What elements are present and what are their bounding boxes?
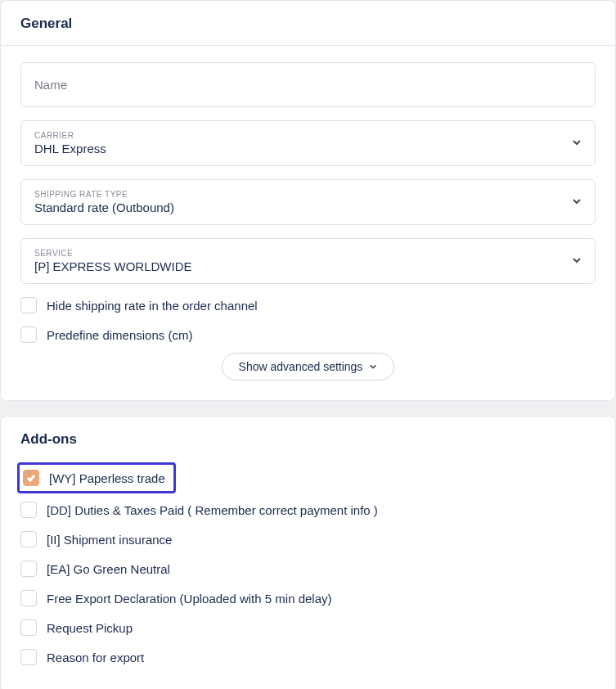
rate-type-select[interactable]: SHIPPING RATE TYPE Standard rate (Outbou…	[20, 179, 596, 225]
addon-label: Reason for export	[47, 651, 144, 664]
carrier-content: CARRIER DHL Express	[34, 131, 106, 155]
predefine-dims-row[interactable]: Predefine dimensions (cm)	[20, 326, 596, 343]
service-value: [P] EXPRESS WORLDWIDE	[34, 259, 192, 273]
name-input[interactable]	[21, 63, 595, 106]
addon-row[interactable]: [EA] Go Green Neutral	[20, 554, 596, 583]
addon-checkbox-export-declaration[interactable]	[20, 590, 37, 606]
addon-label: [EA] Go Green Neutral	[47, 562, 170, 576]
addon-checkbox-pickup[interactable]	[20, 619, 37, 636]
addons-body: [WY] Paperless trade [DD] Duties & Taxes…	[1, 451, 615, 689]
service-select[interactable]: SERVICE [P] EXPRESS WORLDWIDE	[20, 238, 596, 284]
addons-header: Add-ons	[1, 417, 615, 451]
general-header: General	[1, 1, 615, 46]
addon-row[interactable]: Reason for export	[20, 642, 596, 672]
carrier-label: CARRIER	[34, 131, 106, 140]
hide-rate-label: Hide shipping rate in the order channel	[47, 299, 258, 313]
hide-rate-checkbox[interactable]	[20, 297, 37, 313]
rate-type-label: SHIPPING RATE TYPE	[34, 190, 174, 199]
addon-checkbox-insurance[interactable]	[20, 531, 37, 547]
addon-label: Request Pickup	[47, 621, 133, 635]
addon-row[interactable]: [II] Shipment insurance	[20, 525, 596, 554]
predefine-dims-label: Predefine dimensions (cm)	[47, 328, 192, 342]
addon-label: [DD] Duties & Taxes Paid ( Remember corr…	[47, 503, 378, 517]
addon-label: [WY] Paperless trade	[49, 471, 165, 485]
show-advanced-button[interactable]: Show advanced settings	[222, 353, 395, 381]
addon-checkbox-reason[interactable]	[20, 649, 37, 665]
service-content: SERVICE [P] EXPRESS WORLDWIDE	[34, 249, 192, 273]
addons-title: Add-ons	[20, 431, 596, 448]
addon-label: Free Export Declaration (Uploaded with 5…	[47, 592, 332, 606]
addon-label: [II] Shipment insurance	[47, 533, 172, 547]
addon-checkbox-gogreen[interactable]	[20, 561, 37, 577]
advanced-button-wrap: Show advanced settings	[20, 353, 596, 381]
addon-row[interactable]: [DD] Duties & Taxes Paid ( Remember corr…	[20, 495, 596, 525]
advanced-button-label: Show advanced settings	[239, 360, 363, 373]
addon-row[interactable]: Free Export Declaration (Uploaded with 5…	[20, 583, 596, 613]
addon-highlight-box: [WY] Paperless trade	[17, 462, 176, 493]
general-body: CARRIER DHL Express SHIPPING RATE TYPE S…	[1, 46, 615, 400]
hide-rate-row[interactable]: Hide shipping rate in the order channel	[20, 297, 596, 313]
rate-type-value: Standard rate (Outbound)	[34, 200, 174, 214]
rate-type-content: SHIPPING RATE TYPE Standard rate (Outbou…	[34, 190, 174, 214]
chevron-down-icon	[572, 254, 582, 268]
service-label: SERVICE	[34, 249, 192, 258]
chevron-down-icon	[572, 195, 582, 209]
predefine-dims-checkbox[interactable]	[20, 326, 37, 343]
general-panel: General CARRIER DHL Express SHIPPING RAT…	[0, 0, 616, 401]
carrier-select[interactable]: CARRIER DHL Express	[20, 120, 596, 166]
name-field[interactable]	[20, 62, 596, 107]
chevron-down-icon	[572, 136, 582, 151]
addons-panel: Add-ons [WY] Paperless trade [DD] Duties…	[0, 416, 616, 689]
addon-checkbox-duties[interactable]	[20, 502, 37, 518]
addon-checkbox-paperless[interactable]	[23, 470, 39, 486]
addon-row[interactable]: Request Pickup	[20, 613, 596, 642]
addon-row-highlighted: [WY] Paperless trade	[20, 459, 596, 495]
carrier-value: DHL Express	[34, 142, 106, 155]
chevron-down-icon	[369, 360, 377, 373]
general-title: General	[20, 16, 596, 32]
